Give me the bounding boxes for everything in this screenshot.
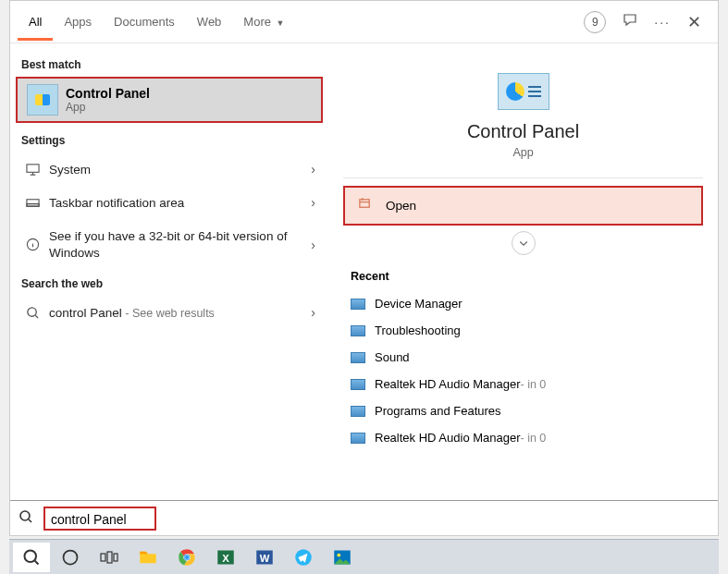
chevron-right-icon: › xyxy=(311,305,315,320)
tab-apps[interactable]: Apps xyxy=(53,4,103,41)
search-icon xyxy=(10,509,42,527)
feedback-icon[interactable] xyxy=(623,13,637,31)
recent-suffix: - in 0 xyxy=(521,432,547,445)
cortana-icon[interactable] xyxy=(52,543,89,572)
detail-pane: Control Panel App Open Recent Device Man… xyxy=(328,43,718,500)
best-match-title: Control Panel xyxy=(66,86,150,101)
svg-rect-10 xyxy=(107,552,112,563)
settings-item-icon xyxy=(351,299,365,310)
recent-item[interactable]: Realtek HD Audio Manager - in 0 xyxy=(338,371,709,397)
web-result-row[interactable]: control Panel - See web results › xyxy=(10,296,328,329)
svg-point-4 xyxy=(27,307,35,315)
svg-text:X: X xyxy=(222,553,229,564)
search-results-window: All Apps Documents Web More ▼ 9 ··· ✕ Be… xyxy=(9,0,719,536)
top-bar: All Apps Documents Web More ▼ 9 ··· ✕ xyxy=(10,1,718,43)
settings-item-label: System xyxy=(49,163,311,177)
recent-item[interactable]: Troubleshooting xyxy=(338,317,709,344)
tab-all[interactable]: All xyxy=(18,4,53,41)
recent-header: Recent xyxy=(338,264,709,290)
telegram-icon[interactable] xyxy=(285,543,322,572)
settings-item-icon xyxy=(351,379,365,390)
settings-header: Settings xyxy=(10,127,328,153)
divider xyxy=(343,177,703,178)
settings-item-system[interactable]: System › xyxy=(10,153,328,186)
recent-item[interactable]: Sound xyxy=(338,344,709,371)
close-icon[interactable]: ✕ xyxy=(687,12,701,32)
search-input-highlight xyxy=(43,507,156,531)
open-action[interactable]: Open xyxy=(343,186,703,226)
taskbar-icon xyxy=(23,196,42,210)
search-input[interactable] xyxy=(49,508,151,529)
tab-more[interactable]: More ▼ xyxy=(232,4,295,41)
settings-item-label: See if you have a 32-bit or 64-bit versi… xyxy=(49,228,311,261)
settings-item-taskbar[interactable]: Taskbar notification area › xyxy=(10,186,328,219)
chevron-right-icon: › xyxy=(311,238,315,252)
settings-item-bitness[interactable]: See if you have a 32-bit or 64-bit versi… xyxy=(10,219,328,270)
search-web-header: Search the web xyxy=(10,270,328,296)
svg-point-22 xyxy=(337,553,340,556)
chrome-icon[interactable] xyxy=(168,543,205,572)
search-icon xyxy=(23,306,42,320)
tab-documents[interactable]: Documents xyxy=(103,4,186,41)
svg-rect-9 xyxy=(101,554,105,561)
recent-label: Programs and Features xyxy=(375,404,501,418)
settings-item-label: Taskbar notification area xyxy=(49,196,311,210)
recent-label: Realtek HD Audio Manager xyxy=(375,431,521,445)
open-label: Open xyxy=(386,199,416,213)
search-box xyxy=(10,500,718,535)
more-options-icon[interactable]: ··· xyxy=(654,15,671,30)
recent-label: Sound xyxy=(375,350,410,364)
recent-suffix: - in 0 xyxy=(521,378,547,391)
expand-button[interactable] xyxy=(512,231,536,255)
photos-icon[interactable] xyxy=(324,543,361,572)
recent-item[interactable]: Device Manager xyxy=(338,290,709,317)
rewards-badge[interactable]: 9 xyxy=(584,11,606,33)
svg-text:W: W xyxy=(260,553,270,564)
task-view-icon[interactable] xyxy=(91,543,128,572)
svg-rect-5 xyxy=(360,200,369,207)
word-icon[interactable]: W xyxy=(246,543,283,572)
svg-rect-0 xyxy=(26,164,38,171)
taskbar: X W xyxy=(9,539,719,574)
recent-label: Device Manager xyxy=(375,297,463,311)
best-match-result[interactable]: Control Panel App xyxy=(16,77,323,123)
detail-title: Control Panel xyxy=(338,121,709,142)
recent-item[interactable]: Programs and Features xyxy=(338,397,709,424)
svg-point-8 xyxy=(64,550,78,564)
chevron-right-icon: › xyxy=(311,195,315,210)
recent-label: Realtek HD Audio Manager xyxy=(375,377,521,391)
detail-subtitle: App xyxy=(338,146,709,159)
svg-rect-11 xyxy=(114,554,117,561)
results-left-column: Best match Control Panel App Settings Sy… xyxy=(10,43,328,500)
info-icon xyxy=(23,238,42,251)
settings-item-icon xyxy=(351,325,365,336)
best-match-subtitle: App xyxy=(66,101,150,114)
control-panel-large-icon xyxy=(498,73,549,110)
settings-item-icon xyxy=(351,352,365,363)
excel-icon[interactable]: X xyxy=(207,543,244,572)
settings-item-icon xyxy=(351,406,365,417)
web-result-label: control Panel - See web results xyxy=(49,306,311,320)
filter-tabs: All Apps Documents Web More ▼ xyxy=(18,4,295,41)
file-explorer-icon[interactable] xyxy=(130,543,167,572)
monitor-icon xyxy=(23,163,42,177)
tab-web[interactable]: Web xyxy=(186,4,233,41)
top-right-controls: 9 ··· ✕ xyxy=(584,11,710,33)
taskbar-search-button[interactable] xyxy=(13,543,50,572)
svg-point-7 xyxy=(25,550,37,562)
open-icon xyxy=(358,197,376,214)
svg-point-15 xyxy=(185,556,189,559)
chevron-right-icon: › xyxy=(311,162,315,177)
svg-point-6 xyxy=(20,511,30,520)
svg-rect-2 xyxy=(26,203,38,206)
recent-item[interactable]: Realtek HD Audio Manager - in 0 xyxy=(338,424,709,451)
control-panel-icon xyxy=(27,84,58,116)
results-body: Best match Control Panel App Settings Sy… xyxy=(10,43,718,500)
best-match-header: Best match xyxy=(10,51,328,77)
recent-label: Troubleshooting xyxy=(375,324,461,337)
chevron-down-icon: ▼ xyxy=(274,18,284,28)
settings-item-icon xyxy=(351,433,365,444)
